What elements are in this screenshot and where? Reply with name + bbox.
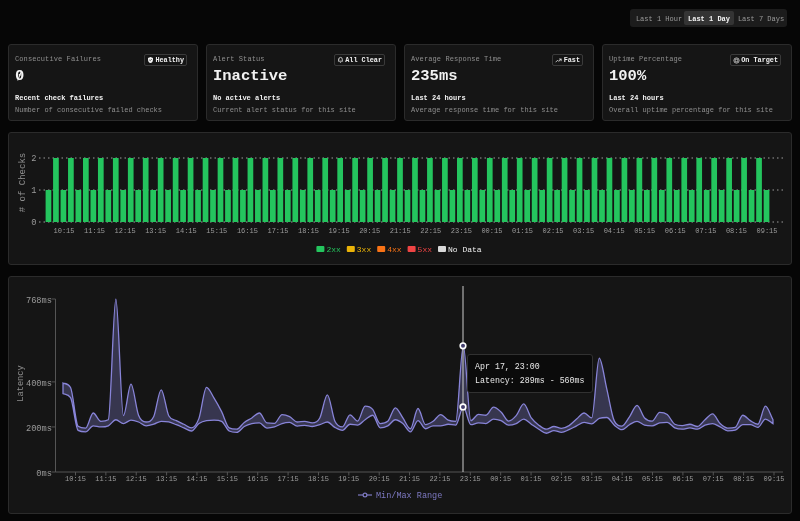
svg-text:10:15: 10:15 [65, 475, 86, 483]
svg-text:4xx: 4xx [387, 245, 402, 254]
svg-text:16:15: 16:15 [247, 475, 268, 483]
svg-text:22:15: 22:15 [429, 475, 450, 483]
svg-text:09:15: 09:15 [756, 227, 777, 235]
svg-text:19:15: 19:15 [338, 475, 359, 483]
svg-text:07:15: 07:15 [695, 227, 716, 235]
svg-text:3xx: 3xx [357, 245, 372, 254]
svg-text:200ms: 200ms [26, 424, 52, 434]
svg-text:# of Checks: # of Checks [18, 153, 28, 212]
svg-text:Min/Max Range: Min/Max Range [376, 491, 442, 501]
svg-text:07:15: 07:15 [703, 475, 724, 483]
svg-text:05:15: 05:15 [642, 475, 663, 483]
svg-text:18:15: 18:15 [308, 475, 329, 483]
svg-text:10:15: 10:15 [53, 227, 74, 235]
svg-text:02:15: 02:15 [543, 227, 564, 235]
svg-text:20:15: 20:15 [369, 475, 390, 483]
svg-text:0: 0 [31, 218, 36, 228]
svg-text:21:15: 21:15 [399, 475, 420, 483]
svg-text:15:15: 15:15 [217, 475, 238, 483]
svg-text:18:15: 18:15 [298, 227, 319, 235]
svg-text:02:15: 02:15 [551, 475, 572, 483]
svg-text:03:15: 03:15 [573, 227, 594, 235]
svg-text:05:15: 05:15 [634, 227, 655, 235]
svg-text:19:15: 19:15 [329, 227, 350, 235]
svg-text:400ms: 400ms [26, 379, 52, 389]
svg-text:2xx: 2xx [326, 245, 341, 254]
svg-text:11:15: 11:15 [84, 227, 105, 235]
svg-text:23:15: 23:15 [451, 227, 472, 235]
svg-text:No Data: No Data [448, 245, 482, 254]
svg-text:15:15: 15:15 [206, 227, 227, 235]
svg-text:22:15: 22:15 [420, 227, 441, 235]
svg-text:0ms: 0ms [36, 469, 52, 479]
svg-text:13:15: 13:15 [145, 227, 166, 235]
svg-text:06:15: 06:15 [672, 475, 693, 483]
svg-text:08:15: 08:15 [733, 475, 754, 483]
svg-text:11:15: 11:15 [95, 475, 116, 483]
svg-text:12:15: 12:15 [115, 227, 136, 235]
svg-text:03:15: 03:15 [581, 475, 602, 483]
svg-text:23:15: 23:15 [460, 475, 481, 483]
svg-text:01:15: 01:15 [521, 475, 542, 483]
svg-text:21:15: 21:15 [390, 227, 411, 235]
svg-text:13:15: 13:15 [156, 475, 177, 483]
svg-text:2: 2 [31, 154, 36, 164]
svg-text:06:15: 06:15 [665, 227, 686, 235]
svg-text:04:15: 04:15 [612, 475, 633, 483]
svg-text:00:15: 00:15 [481, 227, 502, 235]
svg-text:Latency: Latency [16, 365, 26, 402]
svg-text:17:15: 17:15 [278, 475, 299, 483]
svg-text:12:15: 12:15 [126, 475, 147, 483]
svg-text:08:15: 08:15 [726, 227, 747, 235]
svg-text:16:15: 16:15 [237, 227, 258, 235]
svg-text:17:15: 17:15 [267, 227, 288, 235]
svg-text:14:15: 14:15 [176, 227, 197, 235]
svg-text:20:15: 20:15 [359, 227, 380, 235]
svg-text:14:15: 14:15 [186, 475, 207, 483]
svg-text:04:15: 04:15 [604, 227, 625, 235]
svg-text:00:15: 00:15 [490, 475, 511, 483]
svg-text:09:15: 09:15 [764, 475, 785, 483]
svg-text:5xx: 5xx [418, 245, 433, 254]
svg-text:01:15: 01:15 [512, 227, 533, 235]
svg-text:1: 1 [31, 186, 36, 196]
svg-text:768ms: 768ms [26, 296, 52, 306]
